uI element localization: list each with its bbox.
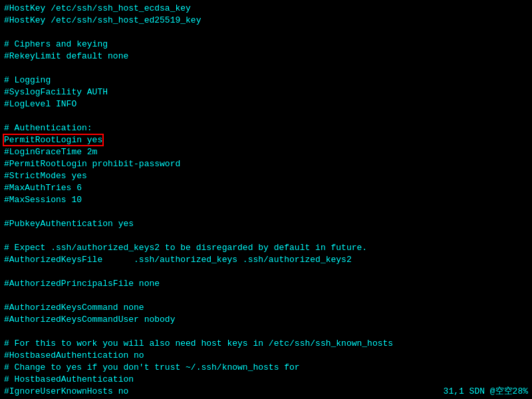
terminal-line: #StrictModes yes	[4, 170, 528, 182]
terminal-line: #RekeyLimit default none	[4, 51, 528, 63]
empty-line	[4, 290, 528, 302]
terminal-line: # For this to work you will also need ho…	[4, 338, 528, 350]
terminal-line: # Change to yes if you don't trust ~/.ss…	[4, 362, 528, 374]
terminal-line: #LogLevel INFO	[4, 98, 528, 110]
empty-line	[4, 63, 528, 74]
highlighted-line: PermitRootLogin yes	[4, 134, 528, 146]
terminal-line: #MaxSessions 10	[4, 194, 528, 206]
terminal-line: # Logging	[4, 74, 528, 86]
terminal-line: #AuthorizedKeysCommand none	[4, 302, 528, 314]
terminal: #HostKey /etc/ssh/ssh_host_ecdsa_key#Hos…	[0, 0, 532, 399]
terminal-line: # Expect .ssh/authorized_keys2 to be dis…	[4, 242, 528, 254]
terminal-line: #MaxAuthTries 6	[4, 182, 528, 194]
empty-line	[4, 266, 528, 278]
terminal-line: #HostbasedAuthentication no	[4, 350, 528, 362]
empty-line	[4, 110, 528, 122]
status-bar: 31,1 SDN @空空28%	[440, 384, 532, 399]
empty-line	[4, 326, 528, 338]
terminal-line: #HostKey /etc/ssh/ssh_host_ecdsa_key	[4, 3, 528, 15]
terminal-line: #PubkeyAuthentication yes	[4, 218, 528, 230]
terminal-line: #AuthorizedPrincipalsFile none	[4, 278, 528, 290]
terminal-line: #AuthorizedKeysCommandUser nobody	[4, 314, 528, 326]
terminal-line: #LoginGraceTime 2m	[4, 146, 528, 158]
terminal-line: # Ciphers and keying	[4, 39, 528, 51]
terminal-line: # Authentication:	[4, 122, 528, 134]
empty-line	[4, 206, 528, 218]
terminal-line: #SyslogFacility AUTH	[4, 86, 528, 98]
terminal-line: #HostKey /etc/ssh/ssh_host_ed25519_key	[4, 15, 528, 27]
empty-line	[4, 27, 528, 39]
empty-line	[4, 230, 528, 242]
permit-root-login-highlight: PermitRootLogin yes	[4, 135, 102, 145]
terminal-line: #PermitRootLogin prohibit-password	[4, 158, 528, 170]
terminal-line: #AuthorizedKeysFile .ssh/authorized_keys…	[4, 254, 528, 266]
